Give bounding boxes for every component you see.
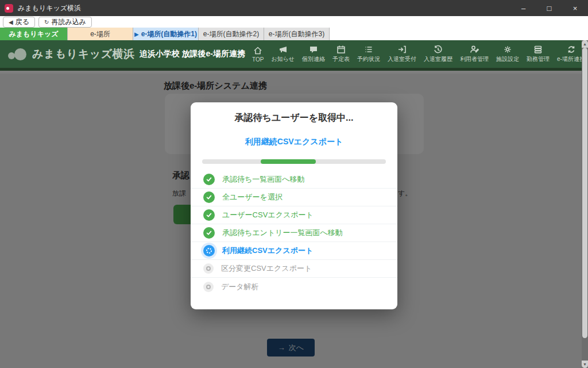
nav-label: 利用者管理 (460, 55, 489, 63)
nav-label: 入退室受付 (388, 55, 416, 63)
tab-5[interactable]: e-場所(自動操作3) (264, 28, 330, 40)
sign-in-icon (397, 45, 407, 54)
pending-circle-icon (203, 263, 214, 274)
nav-item-2[interactable]: お知らせ (271, 45, 295, 63)
app-icon (5, 4, 13, 13)
nav-label: 勤務管理 (527, 55, 550, 63)
megaphone-icon (278, 45, 288, 54)
tab-1[interactable]: みまもりキッズ (0, 28, 68, 40)
check-icon (203, 174, 215, 185)
nav-item-3[interactable]: 個別連絡 (302, 45, 325, 63)
progress-bar-fill (261, 159, 316, 164)
step-row-5: 利用継続CSVエクスポート (191, 242, 397, 260)
step-row-3: ユーザーCSVエクスポート (191, 206, 397, 224)
vertical-scrollbar[interactable]: ▲ ▼ (582, 40, 588, 368)
tab-3[interactable]: ▶e-場所(自動操作1) (133, 28, 199, 40)
back-label: 戻る (16, 17, 29, 27)
step-list: 承認待ち一覧画面へ移動全ユーザーを選択ユーザーCSVエクスポート承認待ちエントリ… (191, 171, 397, 296)
reload-icon: ↻ (44, 19, 49, 25)
step-row-6: 区分変更CSVエクスポート (191, 260, 397, 278)
nav-label: お知らせ (271, 55, 295, 63)
reload-button[interactable]: ↻ 再読み込み (38, 17, 92, 28)
nav-item-5[interactable]: 予約状況 (357, 45, 380, 63)
minimize-button[interactable]: – (510, 0, 536, 16)
step-label: 承認待ちエントリー一覧画面へ移動 (222, 228, 343, 238)
nav-item-8[interactable]: 利用者管理 (460, 45, 489, 63)
nav-item-11[interactable]: e-場所連携 (557, 45, 585, 63)
close-button[interactable]: × (562, 0, 588, 16)
nav-label: 予約状況 (357, 55, 380, 63)
progress-bar-track (202, 159, 386, 164)
nav-label: 個別連絡 (302, 55, 325, 63)
tab-2[interactable]: e-場所 (68, 28, 133, 40)
tab-label: e-場所 (90, 29, 110, 39)
step-row-7: データ解析 (191, 278, 397, 296)
back-icon: ◀ (9, 19, 13, 25)
play-icon: ▶ (134, 31, 139, 37)
tab-label: e-場所(自動操作1) (141, 29, 197, 39)
check-icon (203, 227, 215, 239)
window-title: みまもりキッズ横浜 (18, 3, 81, 13)
window-controls: – □ × (510, 0, 588, 16)
list-icon (364, 45, 373, 54)
step-row-4: 承認待ちエントリー一覧画面へ移動 (191, 224, 397, 242)
nav-label: TOP (252, 56, 264, 63)
title-bar: みまもりキッズ横浜 – □ × (0, 0, 588, 16)
nav-label: 入退室履歴 (424, 55, 452, 63)
nav-item-9[interactable]: 施設設定 (496, 45, 519, 63)
nav-label: 施設設定 (496, 55, 519, 63)
home-icon (253, 46, 262, 55)
tab-4[interactable]: e-場所(自動操作2) (199, 28, 264, 40)
step-label: 区分変更CSVエクスポート (221, 263, 312, 274)
nav-item-7[interactable]: 入退室履歴 (424, 45, 452, 63)
header-subtitle: 追浜小学校 放課後e-場所連携 (140, 49, 245, 59)
comment-icon (309, 45, 318, 54)
calendar-icon (336, 45, 346, 54)
check-icon (203, 191, 215, 203)
step-row-1: 承認待ち一覧画面へ移動 (191, 171, 397, 189)
header-nav: TOPお知らせ個別連絡予定表予約状況入退室受付入退室履歴利用者管理施設設定勤務管… (252, 45, 585, 63)
maximize-button[interactable]: □ (536, 0, 562, 16)
nav-item-1[interactable]: TOP (252, 46, 264, 63)
sync-icon (567, 45, 576, 54)
progress-modal: 承認待ちユーザーを取得中... 利用継続CSVエクスポート 承認待ち一覧画面へ移… (191, 102, 397, 309)
app-logo: みまもりキッズ横浜 (8, 47, 135, 62)
tab-label: e-場所(自動操作2) (203, 29, 259, 39)
browser-toolbar: ◀ 戻る ↻ 再読み込み (0, 16, 588, 28)
step-label: 利用継続CSVエクスポート (222, 246, 313, 256)
scroll-up-icon[interactable]: ▲ (582, 40, 588, 48)
step-label: ユーザーCSVエクスポート (222, 210, 314, 220)
step-row-2: 全ユーザーを選択 (191, 189, 397, 206)
tab-label: みまもりキッズ (9, 29, 59, 39)
back-button[interactable]: ◀ 戻る (3, 17, 35, 28)
nav-label: e-場所連携 (557, 55, 585, 63)
server-icon (533, 45, 543, 54)
app-window: みまもりキッズ横浜 – □ × ◀ 戻る ↻ 再読み込み みまもりキッズe-場所… (0, 0, 588, 368)
scroll-down-icon[interactable]: ▼ (582, 361, 588, 368)
scrollbar-thumb[interactable] (582, 48, 587, 338)
spinner-halo (201, 243, 217, 259)
gear-icon (503, 45, 512, 54)
history-icon (434, 45, 443, 54)
nav-item-6[interactable]: 入退室受付 (388, 45, 416, 63)
step-label: 承認待ち一覧画面へ移動 (222, 174, 305, 185)
nav-label: 予定表 (332, 55, 350, 63)
step-label: データ解析 (221, 282, 259, 292)
user-edit-icon (470, 45, 479, 54)
check-icon (203, 209, 215, 221)
snail-logo-icon (8, 47, 30, 62)
pending-circle-icon (203, 282, 214, 292)
reload-label: 再読み込み (51, 17, 86, 27)
nav-item-4[interactable]: 予定表 (332, 45, 350, 63)
app-header: みまもりキッズ横浜 追浜小学校 放課後e-場所連携 TOPお知らせ個別連絡予定表… (0, 40, 588, 71)
tab-bar: みまもりキッズe-場所▶e-場所(自動操作1)e-場所(自動操作2)e-場所(自… (0, 28, 588, 40)
spinner-icon (203, 245, 215, 256)
modal-title: 承認待ちユーザーを取得中... (191, 112, 397, 124)
modal-current-step: 利用継続CSVエクスポート (191, 137, 397, 147)
tab-label: e-場所(自動操作3) (269, 29, 324, 39)
step-label: 全ユーザーを選択 (222, 192, 283, 202)
logo-text: みまもりキッズ横浜 (32, 47, 135, 62)
nav-item-10[interactable]: 勤務管理 (527, 45, 550, 63)
